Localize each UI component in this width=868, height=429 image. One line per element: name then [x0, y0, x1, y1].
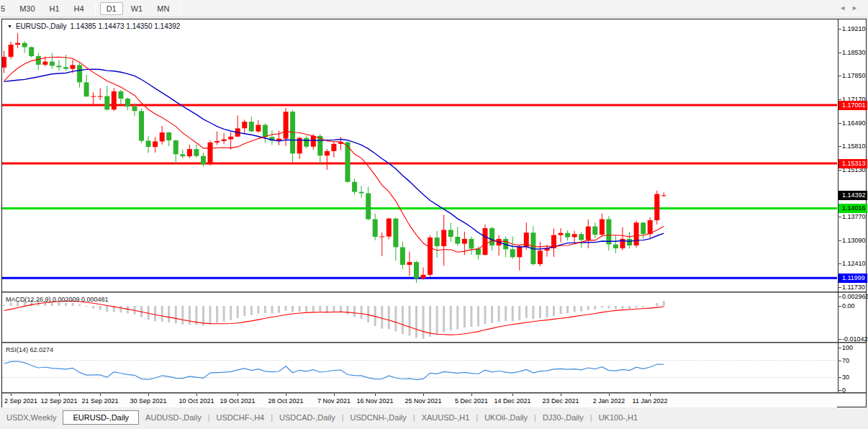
date-tick-mark [561, 394, 561, 396]
date-tick-mark [59, 394, 60, 396]
date-label: 7 Nov 2021 [317, 397, 351, 405]
timeframe-toolbar: 5M30H1H4D1W1MN [0, 0, 868, 17]
timeframe-button-w1[interactable]: W1 [125, 2, 150, 15]
date-tick-mark [375, 394, 376, 396]
tab-scroll-right-icon[interactable]: ► [851, 4, 864, 12]
toolbar-separator [95, 3, 96, 14]
price-axis-label: 1.13770 [842, 213, 866, 220]
date-tick-mark [196, 394, 197, 396]
date-tick-mark [286, 394, 286, 396]
price-level-badge: 1.15313 [838, 159, 867, 168]
symbol-tab-bar: USDX,WeeklyEURUSD-,DailyAUDUSD-,Daily|US… [0, 408, 868, 427]
date-label: 30 Sep 2021 [130, 397, 166, 405]
price-axis-label: 1.12410 [842, 260, 866, 267]
price-axis-label: 1.19210 [842, 25, 866, 32]
tab-scroll-arrows: ◄► [839, 4, 864, 12]
price-axis-label: 1.15810 [842, 143, 866, 150]
symbol-tab-xauusd-h1[interactable]: XAUUSD-,H1 [415, 411, 476, 424]
date-label: 12 Sep 2021 [40, 397, 77, 405]
price-level-badge: 1.14016 [838, 204, 867, 213]
date-label: 2 Jan 2022 [593, 397, 625, 405]
date-tick-mark [650, 394, 651, 396]
symbol-tab-usdcnh-daily[interactable]: USDCNH-,Daily [344, 411, 413, 424]
symbol-tab-audusd-daily[interactable]: AUDUSD-,Daily [139, 411, 208, 424]
date-label: 28 Oct 2021 [268, 397, 303, 405]
date-tick-mark [100, 394, 101, 396]
panel-separator[interactable] [2, 292, 866, 293]
timeframe-button-m30[interactable]: M30 [13, 2, 41, 15]
symbol-tab-usdcad-daily[interactable]: USDCAD-,Daily [273, 411, 342, 424]
symbol-tab-uk100-h1[interactable]: UK100-,H1 [592, 411, 644, 424]
macd-axis-label: 0.002966 [842, 293, 868, 300]
symbol-tab-usdchf-h4[interactable]: USDCHF-,H4 [210, 411, 271, 424]
chart-symbol-label: EURUSD-,Daily [16, 22, 67, 30]
rsi-axis-label: 100 [842, 344, 853, 351]
price-axis-label: 1.18530 [842, 49, 866, 56]
rsi-axis-label: 0 [842, 387, 846, 394]
date-tick-mark [471, 394, 472, 396]
symbol-tab-eurusd-daily[interactable]: EURUSD-,Daily [63, 410, 139, 425]
date-label: 21 Sep 2021 [81, 397, 118, 405]
current-price-badge: 1.14392 [838, 191, 867, 200]
date-label: 5 Dec 2021 [455, 397, 488, 405]
rsi-indicator-plot[interactable] [2, 344, 837, 392]
date-tick-mark [512, 394, 513, 396]
timeframe-button-d1[interactable]: D1 [100, 2, 123, 15]
price-axis-label: 1.11730 [842, 284, 865, 291]
panel-separator[interactable] [2, 342, 866, 343]
date-tick-mark [148, 394, 149, 396]
macd-histogram [4, 300, 664, 339]
chart-ohlc-values: 1.14385 1.14473 1.14350 1.14392 [71, 22, 181, 30]
chart-dropdown-icon[interactable]: ▼ [7, 24, 12, 29]
ma-slow-line [4, 69, 664, 249]
timeframe-button-h1[interactable]: H1 [43, 2, 66, 15]
date-tick-mark [11, 394, 12, 396]
date-tick-mark [238, 394, 238, 396]
chart-window[interactable]: ▼ EURUSD-,Daily 1.14385 1.14473 1.14350 … [1, 19, 867, 407]
timeframe-button-5[interactable]: 5 [0, 2, 12, 15]
chart-title: ▼ EURUSD-,Daily 1.14385 1.14473 1.14350 … [7, 22, 180, 30]
rsi-label: RSI(14) 62.0274 [6, 346, 53, 353]
price-axis-label: 1.13090 [842, 237, 866, 244]
macd-label: MACD(12,26,9) 0.002009 0.000481 [6, 296, 109, 303]
price-axis-label: 1.16490 [842, 119, 866, 127]
symbol-tab-dj30-daily[interactable]: DJ30-,Daily [536, 411, 590, 424]
date-label: 2 Sep 2021 [4, 397, 37, 405]
date-label: 19 Oct 2021 [220, 397, 255, 405]
symbol-tab-ukoil-daily[interactable]: UKOil-,Daily [478, 411, 534, 424]
date-axis: 2 Sep 202112 Sep 202121 Sep 202130 Sep 2… [2, 394, 837, 407]
rsi-line [4, 361, 664, 379]
macd-axis-label: -0.01042 [842, 335, 868, 343]
rsi-axis-label: 70 [842, 357, 849, 364]
price-axis-label: 1.17850 [842, 72, 866, 79]
date-tick-mark [423, 394, 424, 396]
date-label: 11 Jan 2022 [633, 397, 668, 405]
date-tick-mark [334, 394, 335, 396]
price-level-badge: 1.17001 [838, 101, 867, 110]
date-label: 25 Nov 2021 [404, 397, 441, 405]
price-chart-plot[interactable] [2, 19, 837, 292]
symbol-tab-usdx-weekly[interactable]: USDX,Weekly [0, 411, 63, 424]
date-label: 23 Dec 2021 [542, 397, 579, 405]
macd-indicator-plot[interactable] [2, 294, 837, 342]
timeframe-button-mn[interactable]: MN [150, 2, 176, 15]
date-label: 10 Oct 2021 [178, 397, 214, 405]
date-label: 16 Nov 2021 [356, 397, 393, 405]
date-tick-mark [609, 394, 610, 396]
date-label: 14 Dec 2021 [494, 397, 530, 405]
rsi-axis-label: 30 [842, 374, 849, 381]
toolbar-separator [180, 3, 181, 14]
tab-scroll-left-icon[interactable]: ◄ [839, 4, 851, 12]
price-level-badge: 1.11999 [838, 274, 867, 283]
timeframe-button-h4[interactable]: H4 [68, 2, 91, 15]
macd-axis-label: 0.00 [842, 302, 855, 310]
